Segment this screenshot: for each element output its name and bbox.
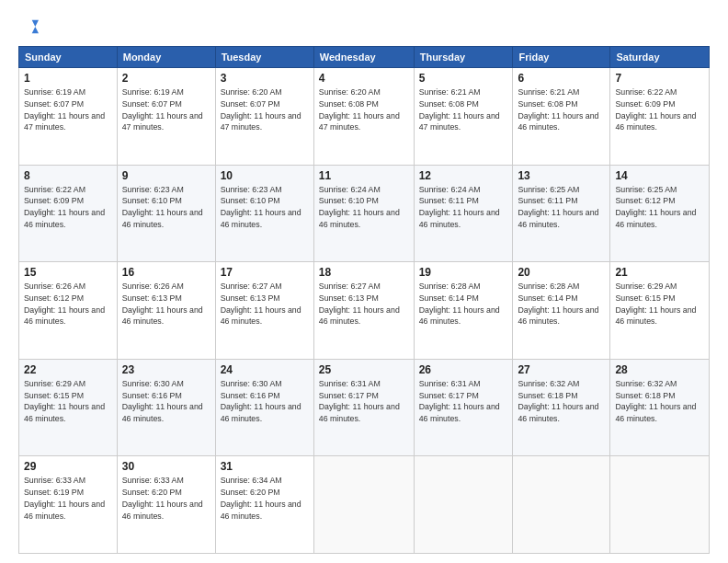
day-number: 24	[221, 363, 309, 376]
day-info: Sunrise: 6:25 AMSunset: 6:11 PMDaylight:…	[518, 185, 598, 229]
calendar-cell: 25 Sunrise: 6:31 AMSunset: 6:17 PMDaylig…	[313, 359, 414, 456]
calendar-cell: 27 Sunrise: 6:32 AMSunset: 6:18 PMDaylig…	[513, 359, 610, 456]
calendar-cell: 10 Sunrise: 6:23 AMSunset: 6:10 PMDaylig…	[215, 165, 313, 262]
weekday-header-tuesday: Tuesday	[215, 47, 313, 68]
day-info: Sunrise: 6:33 AMSunset: 6:19 PMDaylight:…	[24, 476, 105, 520]
day-number: 30	[122, 460, 210, 473]
day-number: 16	[122, 266, 210, 279]
day-info: Sunrise: 6:33 AMSunset: 6:20 PMDaylight:…	[122, 476, 203, 520]
day-info: Sunrise: 6:19 AMSunset: 6:07 PMDaylight:…	[122, 87, 203, 132]
day-info: Sunrise: 6:26 AMSunset: 6:12 PMDaylight:…	[24, 282, 105, 326]
day-number: 1	[24, 72, 112, 85]
weekday-header-thursday: Thursday	[414, 47, 513, 68]
day-info: Sunrise: 6:31 AMSunset: 6:17 PMDaylight:…	[319, 379, 400, 423]
calendar-cell: 14 Sunrise: 6:25 AMSunset: 6:12 PMDaylig…	[610, 165, 710, 262]
calendar-cell: 20 Sunrise: 6:28 AMSunset: 6:14 PMDaylig…	[513, 262, 610, 360]
calendar-cell: 21 Sunrise: 6:29 AMSunset: 6:15 PMDaylig…	[610, 262, 710, 360]
calendar-week-1: 1 Sunrise: 6:19 AMSunset: 6:07 PMDayligh…	[19, 68, 710, 166]
calendar-cell: 22 Sunrise: 6:29 AMSunset: 6:15 PMDaylig…	[19, 359, 118, 456]
calendar-cell: 16 Sunrise: 6:26 AMSunset: 6:13 PMDaylig…	[117, 262, 215, 360]
day-number: 22	[24, 363, 112, 376]
calendar-cell: 6 Sunrise: 6:21 AMSunset: 6:08 PMDayligh…	[513, 68, 610, 166]
calendar-table: SundayMondayTuesdayWednesdayThursdayFrid…	[18, 46, 710, 554]
day-info: Sunrise: 6:19 AMSunset: 6:07 PMDaylight:…	[24, 87, 105, 132]
day-number: 2	[122, 72, 210, 85]
calendar-header-row: SundayMondayTuesdayWednesdayThursdayFrid…	[19, 47, 710, 68]
weekday-header-wednesday: Wednesday	[313, 47, 414, 68]
day-info: Sunrise: 6:27 AMSunset: 6:13 PMDaylight:…	[319, 282, 400, 326]
calendar-cell: 13 Sunrise: 6:25 AMSunset: 6:11 PMDaylig…	[513, 165, 610, 262]
day-info: Sunrise: 6:30 AMSunset: 6:16 PMDaylight:…	[122, 379, 203, 423]
day-number: 14	[615, 169, 704, 182]
calendar-week-2: 8 Sunrise: 6:22 AMSunset: 6:09 PMDayligh…	[19, 165, 710, 262]
day-number: 25	[319, 363, 409, 376]
day-info: Sunrise: 6:31 AMSunset: 6:17 PMDaylight:…	[419, 379, 500, 423]
calendar-cell: 26 Sunrise: 6:31 AMSunset: 6:17 PMDaylig…	[414, 359, 513, 456]
calendar-cell	[610, 456, 710, 554]
day-number: 12	[419, 169, 508, 182]
day-number: 11	[319, 169, 409, 182]
calendar-cell: 17 Sunrise: 6:27 AMSunset: 6:13 PMDaylig…	[215, 262, 313, 360]
calendar-cell: 3 Sunrise: 6:20 AMSunset: 6:07 PMDayligh…	[215, 68, 313, 166]
calendar-body: 1 Sunrise: 6:19 AMSunset: 6:07 PMDayligh…	[19, 68, 710, 554]
day-number: 18	[319, 266, 409, 279]
day-info: Sunrise: 6:24 AMSunset: 6:11 PMDaylight:…	[419, 185, 500, 229]
day-info: Sunrise: 6:30 AMSunset: 6:16 PMDaylight:…	[221, 379, 301, 423]
calendar-cell: 8 Sunrise: 6:22 AMSunset: 6:09 PMDayligh…	[19, 165, 118, 262]
calendar-cell: 29 Sunrise: 6:33 AMSunset: 6:19 PMDaylig…	[19, 456, 118, 554]
weekday-header-sunday: Sunday	[19, 47, 118, 68]
calendar-cell: 1 Sunrise: 6:19 AMSunset: 6:07 PMDayligh…	[19, 68, 118, 166]
svg-marker-0	[32, 20, 39, 27]
calendar-cell: 18 Sunrise: 6:27 AMSunset: 6:13 PMDaylig…	[313, 262, 414, 360]
day-number: 28	[615, 363, 704, 376]
day-info: Sunrise: 6:21 AMSunset: 6:08 PMDaylight:…	[419, 87, 500, 132]
day-info: Sunrise: 6:28 AMSunset: 6:14 PMDaylight:…	[518, 282, 598, 326]
day-number: 5	[419, 72, 508, 85]
day-number: 23	[122, 363, 210, 376]
day-info: Sunrise: 6:25 AMSunset: 6:12 PMDaylight:…	[615, 185, 696, 229]
calendar-cell: 12 Sunrise: 6:24 AMSunset: 6:11 PMDaylig…	[414, 165, 513, 262]
day-info: Sunrise: 6:23 AMSunset: 6:10 PMDaylight:…	[221, 185, 301, 229]
calendar-cell: 11 Sunrise: 6:24 AMSunset: 6:10 PMDaylig…	[313, 165, 414, 262]
weekday-header-friday: Friday	[513, 47, 610, 68]
logo-text	[18, 17, 42, 37]
weekday-header-monday: Monday	[117, 47, 215, 68]
day-number: 26	[419, 363, 508, 376]
day-number: 9	[122, 169, 210, 182]
day-number: 20	[518, 266, 605, 279]
logo-icon	[18, 17, 39, 37]
calendar-cell: 19 Sunrise: 6:28 AMSunset: 6:14 PMDaylig…	[414, 262, 513, 360]
day-info: Sunrise: 6:22 AMSunset: 6:09 PMDaylight:…	[24, 185, 105, 229]
day-info: Sunrise: 6:22 AMSunset: 6:09 PMDaylight:…	[615, 87, 696, 132]
calendar-cell: 7 Sunrise: 6:22 AMSunset: 6:09 PMDayligh…	[610, 68, 710, 166]
calendar-cell: 2 Sunrise: 6:19 AMSunset: 6:07 PMDayligh…	[117, 68, 215, 166]
day-info: Sunrise: 6:34 AMSunset: 6:20 PMDaylight:…	[221, 476, 301, 520]
calendar-week-4: 22 Sunrise: 6:29 AMSunset: 6:15 PMDaylig…	[19, 359, 710, 456]
top-header	[18, 17, 710, 37]
svg-marker-1	[32, 27, 39, 33]
logo-area	[18, 17, 42, 37]
day-number: 29	[24, 460, 112, 473]
calendar-cell	[313, 456, 414, 554]
day-number: 3	[221, 72, 309, 85]
day-number: 8	[24, 169, 112, 182]
day-info: Sunrise: 6:24 AMSunset: 6:10 PMDaylight:…	[319, 185, 400, 229]
calendar-cell: 9 Sunrise: 6:23 AMSunset: 6:10 PMDayligh…	[117, 165, 215, 262]
day-number: 6	[518, 72, 605, 85]
calendar-page: SundayMondayTuesdayWednesdayThursdayFrid…	[0, 0, 728, 563]
day-number: 17	[221, 266, 309, 279]
day-info: Sunrise: 6:23 AMSunset: 6:10 PMDaylight:…	[122, 185, 203, 229]
day-info: Sunrise: 6:28 AMSunset: 6:14 PMDaylight:…	[419, 282, 500, 326]
day-number: 7	[615, 72, 704, 85]
day-number: 10	[221, 169, 309, 182]
day-number: 15	[24, 266, 112, 279]
calendar-cell: 4 Sunrise: 6:20 AMSunset: 6:08 PMDayligh…	[313, 68, 414, 166]
day-info: Sunrise: 6:27 AMSunset: 6:13 PMDaylight:…	[221, 282, 301, 326]
day-info: Sunrise: 6:32 AMSunset: 6:18 PMDaylight:…	[518, 379, 598, 423]
calendar-cell: 15 Sunrise: 6:26 AMSunset: 6:12 PMDaylig…	[19, 262, 118, 360]
day-number: 31	[221, 460, 309, 473]
calendar-cell: 23 Sunrise: 6:30 AMSunset: 6:16 PMDaylig…	[117, 359, 215, 456]
day-info: Sunrise: 6:20 AMSunset: 6:07 PMDaylight:…	[221, 87, 301, 132]
day-info: Sunrise: 6:26 AMSunset: 6:13 PMDaylight:…	[122, 282, 203, 326]
day-info: Sunrise: 6:29 AMSunset: 6:15 PMDaylight:…	[615, 282, 696, 326]
